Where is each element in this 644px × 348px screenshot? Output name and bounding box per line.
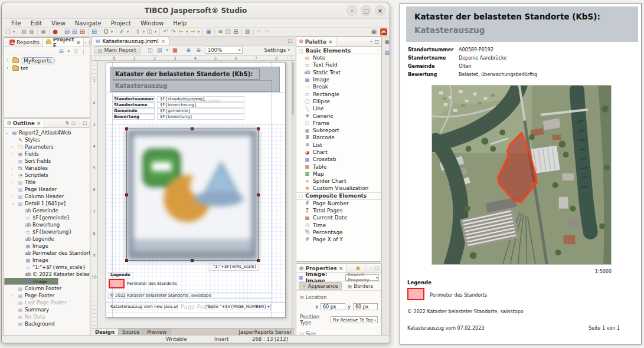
toolbar-icon[interactable]: ◫ [146, 28, 153, 36]
selection-handle[interactable] [257, 127, 260, 130]
palette-item[interactable]: %Percentage [296, 229, 381, 236]
close-tab-icon[interactable]: × [339, 265, 344, 271]
outline-item[interactable]: ab Legende [4, 235, 90, 242]
fast-view-icon[interactable]: ▣ [384, 39, 390, 45]
design-field-row[interactable]: Standortnummer $F{standortnummer} [112, 96, 244, 102]
toolbar-icon[interactable] [214, 29, 215, 35]
toolbar-icon[interactable]: ▢ [4, 28, 12, 36]
y-input[interactable]: 60 px [353, 303, 378, 310]
properties-tab[interactable]: ▦ ·Ima [379, 283, 382, 290]
zoom-in-icon[interactable]: ⊕ [185, 46, 192, 54]
toolbar-icon[interactable] [49, 29, 50, 35]
panel-tool-icon[interactable]: ⇅ [65, 120, 69, 126]
toolbar-icon[interactable]: ◫ [224, 28, 232, 36]
selection-handle[interactable] [125, 127, 128, 130]
toolbar-icon[interactable]: ● [51, 28, 59, 36]
toolbar-icon[interactable]: ▤ [79, 28, 86, 36]
menu-item[interactable]: Project [106, 20, 136, 27]
toolbar-icon[interactable]: ▾ [197, 28, 201, 36]
toolbar-icon[interactable]: ← [177, 28, 185, 36]
toolbar-icon[interactable]: ▦ [20, 28, 28, 36]
toolbar-icon[interactable]: ✐ [118, 28, 126, 36]
pin-icon[interactable]: ▣ [356, 265, 361, 271]
outline-item[interactable]: ab © 2022 Kataster belasteter Sta [4, 271, 90, 278]
palette-item[interactable]: ▤Note [296, 54, 381, 61]
outline-item[interactable]: ▦ Image [4, 257, 90, 264]
fast-view-icon[interactable]: ▤ [384, 50, 390, 55]
menu-item[interactable]: View [47, 20, 70, 27]
outline-item[interactable]: ⌄ ▤ Report2_Altlast4Web [4, 129, 90, 136]
menu-item[interactable]: Help [168, 20, 191, 27]
toolbar-icon[interactable]: ▾ [110, 28, 114, 36]
design-field-row[interactable]: Gemeinde $F{gemeinde} [112, 108, 244, 114]
outline-item[interactable]: ✎ Styles [4, 136, 90, 143]
editor-tab[interactable]: ▤ Katasterauszug.jrxml × [91, 37, 169, 45]
palette-section-header[interactable]: ▢ Composite Elements ◦ [296, 192, 381, 200]
jaspersoft-logo-icon[interactable] [380, 28, 387, 35]
tab-outline[interactable]: ⊞ Outline × [4, 119, 44, 127]
panel-maximize-icon[interactable]: □ [374, 265, 379, 271]
toolbar-icon[interactable]: ↶ [162, 28, 169, 36]
menu-item[interactable]: Navigate [70, 20, 106, 27]
toolbar-icon[interactable]: ▾ [185, 28, 189, 36]
toolbar-icon[interactable] [241, 29, 242, 35]
toolbar-icon[interactable] [116, 29, 116, 35]
outline-item[interactable]: ▤ Column Footer [4, 285, 90, 292]
panel-tool-icon[interactable]: ◫ [71, 120, 76, 126]
scale-text-field[interactable]: "1:"+$F{wms_scale} [208, 264, 259, 271]
toolbar-icon[interactable]: ▾ [153, 28, 158, 36]
outline-item[interactable]: › ▦ Fields [4, 150, 90, 157]
close-button[interactable]: × [375, 5, 385, 16]
zoom-level-combo[interactable]: 100%▾ [205, 47, 243, 54]
map-image-element-selected[interactable] [126, 129, 259, 261]
panel-maximize-icon[interactable]: □ [83, 120, 87, 126]
toolbar-icon[interactable]: ⊞ [232, 28, 240, 36]
size-section-header[interactable]: ⊟ Size [296, 327, 381, 336]
report-design-page[interactable]: Kataster der belasteten Standorte (KbS):… [106, 62, 286, 318]
palette-item[interactable]: ▣Subreport [296, 127, 381, 134]
collapse-icon[interactable]: ◦ [377, 48, 379, 53]
palette-item[interactable]: ▦Table [296, 163, 381, 170]
palette-item[interactable]: ▢Frame [296, 120, 381, 127]
toolbar-icon[interactable]: ▾ [126, 28, 130, 36]
search-property-input[interactable]: Search Property▾ [345, 274, 379, 281]
selection-handle[interactable] [125, 259, 128, 262]
selection-handle[interactable] [191, 259, 194, 262]
toolbar-icon[interactable]: ▾ [12, 28, 16, 36]
outline-item[interactable]: ▦ Image [4, 278, 58, 285]
toolbar-icon[interactable]: ◉ [40, 28, 47, 36]
outline-item[interactable]: ▤ Background [4, 320, 90, 327]
outline-item[interactable]: ab Gemeinde [4, 207, 90, 214]
x-input[interactable]: 60 px [321, 303, 345, 310]
editor-toolbar-icon[interactable]: ▤ [156, 46, 164, 54]
toolbar-icon[interactable]: ▤ [63, 28, 71, 36]
palette-item[interactable]: ▭Text Field [296, 61, 381, 68]
outline-item[interactable]: ab Bewertung [4, 221, 90, 228]
outline-item[interactable]: › ▤ Column Header [4, 193, 90, 200]
perspective-icon[interactable]: ▣ [370, 28, 378, 36]
palette-item[interactable]: ❖Custom Visualization [296, 185, 381, 192]
toolbar-icon[interactable] [37, 29, 38, 35]
panel-minimize-icon[interactable]: – [370, 265, 372, 271]
panel-minimize-icon[interactable]: – [283, 38, 285, 44]
outline-item[interactable]: ▦ Image [4, 242, 90, 249]
collapse-icon[interactable]: ◦ [377, 193, 379, 198]
legend-label-element[interactable]: Perimeter des Standorts [127, 281, 177, 286]
panel-minimize-icon[interactable]: – [78, 120, 80, 126]
toolbar-icon[interactable]: ↷ [263, 28, 271, 36]
palette-item[interactable]: #Page Number [296, 200, 381, 207]
panel-maximize-icon[interactable]: □ [89, 40, 90, 45]
palette-section-header[interactable]: ▢ Basic Elements ◦ [296, 47, 381, 54]
toolbar-icon[interactable] [61, 29, 61, 35]
outline-item[interactable]: ⌄ ▤ Detail 1 [641px] [4, 200, 90, 207]
palette-item[interactable]: abStatic Text [296, 69, 381, 76]
outline-item[interactable]: › ▤ Title [4, 179, 90, 186]
menu-item[interactable]: Edit [26, 20, 47, 27]
footer-date-element[interactable]: Katasterauszug vom new java.util.Date() [109, 304, 178, 310]
editor-toolbar-icon[interactable]: ▦ [171, 46, 179, 54]
toolbar-icon[interactable] [159, 29, 160, 35]
close-tab-icon[interactable]: × [161, 38, 166, 44]
panel-minimize-icon[interactable]: – [84, 40, 86, 45]
menu-item[interactable]: File [6, 20, 26, 27]
outline-item[interactable]: › ◔ Scriptlets [4, 172, 90, 179]
